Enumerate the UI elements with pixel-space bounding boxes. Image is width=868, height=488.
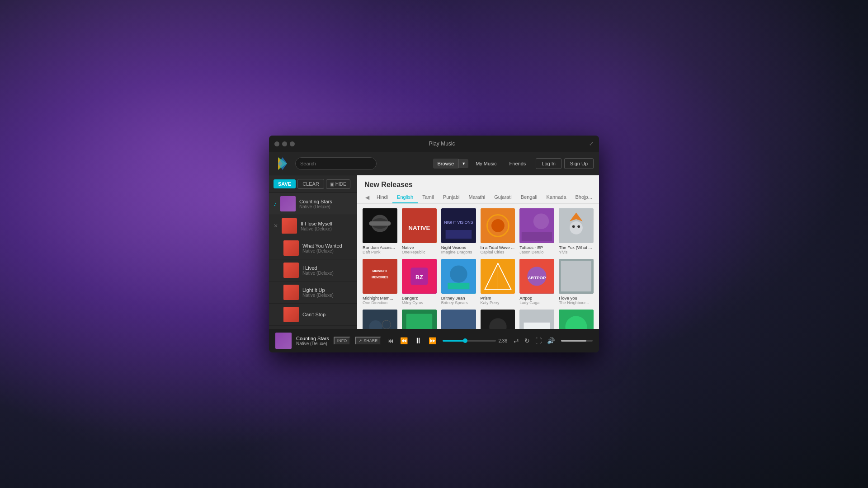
my-music-button[interactable]: My Music xyxy=(470,159,502,169)
lang-tab-bhojpuri[interactable]: Bhojp... xyxy=(571,192,597,203)
album-item-random-access[interactable]: Random Acces... Daft Punk xyxy=(363,208,397,254)
album-item-britney-jean[interactable]: Britney Jean Britney Spears xyxy=(441,259,476,305)
svg-point-14 xyxy=(491,219,505,232)
friends-button[interactable]: Friends xyxy=(504,159,532,169)
album-item-the-fox[interactable]: The Fox (What ... Ylvis xyxy=(559,208,594,254)
lang-tab-kannada[interactable]: Kannada xyxy=(542,192,571,203)
repeat-button[interactable]: ↻ xyxy=(523,336,532,345)
right-panel: New Releases ◀ Hindi English Tamil Punja… xyxy=(357,175,599,329)
close-button[interactable] xyxy=(274,141,279,146)
lang-tab-tamil[interactable]: Tamil xyxy=(418,192,439,203)
lang-prev-button[interactable]: ◀ xyxy=(363,192,372,202)
album-item-artpop[interactable]: ARTPOP Artpop Lady Gaga xyxy=(519,259,554,305)
volume-fill xyxy=(561,340,586,342)
clear-button[interactable]: CLEAR xyxy=(297,179,324,189)
album-cover xyxy=(519,310,554,329)
svg-point-16 xyxy=(533,214,549,230)
sidebar-track-cant-stop[interactable]: Can't Stop xyxy=(269,304,357,326)
main-content: SAVE CLEAR ▣ HIDE ♪ Counting Stars Nativ… xyxy=(269,175,599,329)
track-thumb xyxy=(282,218,297,234)
browse-group: Browse ▼ xyxy=(433,159,469,169)
lang-tab-hindi[interactable]: Hindi xyxy=(372,192,392,203)
volume-bar[interactable] xyxy=(561,340,593,342)
album-item-row3-2[interactable] xyxy=(402,310,437,329)
prev-track-button[interactable]: ⏮ xyxy=(386,336,396,345)
next-button[interactable]: ⏩ xyxy=(427,336,438,345)
album-item-i-love-you[interactable]: I love you The Neighbour... xyxy=(559,259,594,305)
remove-icon[interactable]: ✕ xyxy=(274,223,278,229)
sidebar-track-counting-stars[interactable]: ♪ Counting Stars Native (Deluxe) xyxy=(269,193,357,215)
hide-icon: ▣ xyxy=(330,182,334,187)
track-info: Counting Stars Native (Deluxe) xyxy=(299,199,353,209)
album-cover xyxy=(481,310,515,329)
lang-tab-bengali[interactable]: Bengali xyxy=(516,192,542,203)
album-item-row3-1[interactable] xyxy=(363,310,397,329)
screen-button[interactable]: ⛶ xyxy=(533,336,543,345)
shuffle-button[interactable]: ⇄ xyxy=(512,336,521,345)
lang-tab-gujarati[interactable]: Gujarati xyxy=(490,192,516,203)
now-playing-bar: Counting Stars Native (Deluxe) INFO ↗ SH… xyxy=(269,329,599,352)
album-item-row3-3[interactable] xyxy=(441,310,476,329)
maximize-button[interactable] xyxy=(290,141,295,146)
album-item-in-a-tidal-wave[interactable]: In a Tidal Wave ... Capital Cities xyxy=(481,208,515,254)
album-cover xyxy=(363,208,397,243)
svg-text:BZ: BZ xyxy=(415,274,423,281)
lang-tab-marathi[interactable]: Marathi xyxy=(464,192,490,203)
svg-rect-45 xyxy=(441,310,476,329)
album-item-prism[interactable]: Prism Katy Perry xyxy=(481,259,515,305)
album-cover xyxy=(441,310,476,329)
now-playing-info: Counting Stars Native (Deluxe) xyxy=(296,336,329,346)
svg-rect-6 xyxy=(369,221,391,226)
browse-button[interactable]: Browse xyxy=(433,159,459,169)
sidebar-track-if-i-lose[interactable]: ✕ If I lose Myself Native (Deluxe) xyxy=(269,215,357,237)
album-cover xyxy=(519,208,554,243)
svg-rect-50 xyxy=(524,322,550,329)
share-button[interactable]: ↗ SHARE xyxy=(355,337,381,345)
album-cover xyxy=(481,208,515,243)
header: Browse ▼ My Music Friends Log In Sign Up xyxy=(269,152,599,175)
minimize-button[interactable] xyxy=(282,141,287,146)
album-grid: Random Acces... Daft Punk NATIVE Native … xyxy=(357,206,599,329)
volume-button[interactable]: 🔊 xyxy=(545,336,557,345)
sidebar-track-light-it-up[interactable]: Light it Up Native (Deluxe) xyxy=(269,282,357,304)
album-cover xyxy=(402,310,437,329)
progress-knob[interactable] xyxy=(463,338,467,343)
login-button[interactable]: Log In xyxy=(536,158,561,169)
play-pause-button[interactable]: ⏸ xyxy=(412,335,424,347)
album-item-row3-6[interactable] xyxy=(559,310,594,329)
save-button[interactable]: SAVE xyxy=(274,179,296,188)
signup-button[interactable]: Sign Up xyxy=(564,158,594,169)
nav-buttons: Browse ▼ My Music Friends xyxy=(433,159,532,169)
lang-tab-punjabi[interactable]: Punjabi xyxy=(439,192,464,203)
hide-button[interactable]: ▣ HIDE xyxy=(326,179,350,189)
expand-icon[interactable]: ⤢ xyxy=(589,141,594,147)
progress-bar[interactable] xyxy=(443,340,495,342)
svg-rect-31 xyxy=(448,283,469,289)
lang-next-button[interactable]: ▶ xyxy=(597,192,599,202)
info-button[interactable]: INFO xyxy=(334,337,351,345)
lang-tab-english[interactable]: English xyxy=(392,192,418,203)
svg-rect-39 xyxy=(561,261,591,291)
prev-button[interactable]: ⏪ xyxy=(398,336,410,345)
track-info: What You Wanted Native (Deluxe) xyxy=(302,243,353,253)
track-info: Light it Up Native (Deluxe) xyxy=(302,287,353,298)
svg-text:NIGHT VISIONS: NIGHT VISIONS xyxy=(444,220,473,225)
sidebar-track-i-lived[interactable]: I Lived Native (Deluxe) xyxy=(269,259,357,282)
album-item-night-visions[interactable]: NIGHT VISIONS Night Visions Imagine Drag… xyxy=(441,208,476,254)
album-item-tattoos[interactable]: Tattoos - EP Jason Derulo xyxy=(519,208,554,254)
album-item-native[interactable]: NATIVE Native OneRepublic xyxy=(402,208,437,254)
panel-header: New Releases xyxy=(357,175,599,192)
auth-buttons: Log In Sign Up xyxy=(536,158,594,169)
svg-text:NATIVE: NATIVE xyxy=(408,225,430,231)
album-item-row3-4[interactable] xyxy=(481,310,515,329)
album-item-midnight-memories[interactable]: MIDNIGHT MEMORIES Midnight Mem... One Di… xyxy=(363,259,397,305)
track-thumb xyxy=(283,307,299,322)
album-item-row3-5[interactable] xyxy=(519,310,554,329)
now-playing-album: Native (Deluxe) xyxy=(296,341,329,346)
svg-text:MEMORIES: MEMORIES xyxy=(372,276,388,279)
search-input[interactable] xyxy=(295,157,377,170)
album-item-bangerz[interactable]: BZ Bangerz Miley Cyrus xyxy=(402,259,437,305)
browse-dropdown-button[interactable]: ▼ xyxy=(458,159,468,168)
sidebar: SAVE CLEAR ▣ HIDE ♪ Counting Stars Nativ… xyxy=(269,175,357,329)
sidebar-track-what-you-wanted[interactable]: What You Wanted Native (Deluxe) xyxy=(269,237,357,259)
